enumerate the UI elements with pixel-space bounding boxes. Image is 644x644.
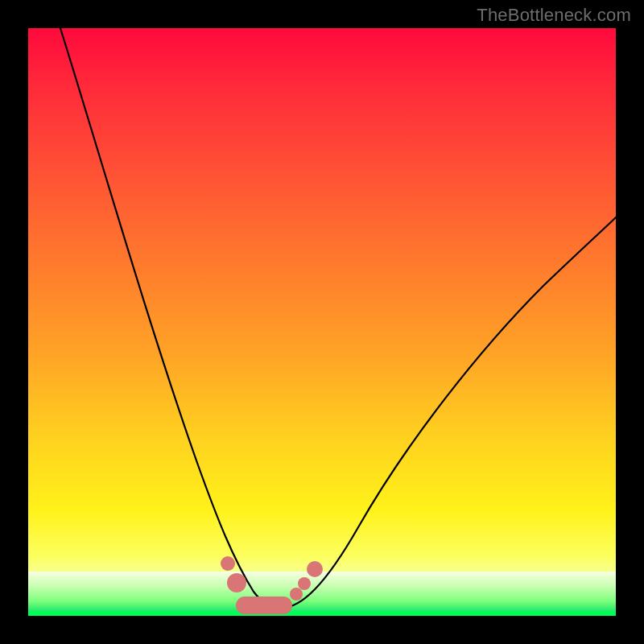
watermark-text: TheBottleneck.com: [477, 5, 631, 26]
marker-bottom-pill: [236, 597, 292, 614]
chart-stage: TheBottleneck.com: [0, 0, 644, 644]
marker-dot: [227, 573, 246, 592]
marker-dot: [298, 577, 311, 590]
curve-layer: [28, 28, 616, 616]
marker-dot: [307, 561, 323, 577]
bottleneck-curve: [60, 28, 616, 608]
plot-area: [28, 28, 616, 616]
marker-dot: [221, 556, 235, 571]
marker-dot: [290, 588, 303, 601]
